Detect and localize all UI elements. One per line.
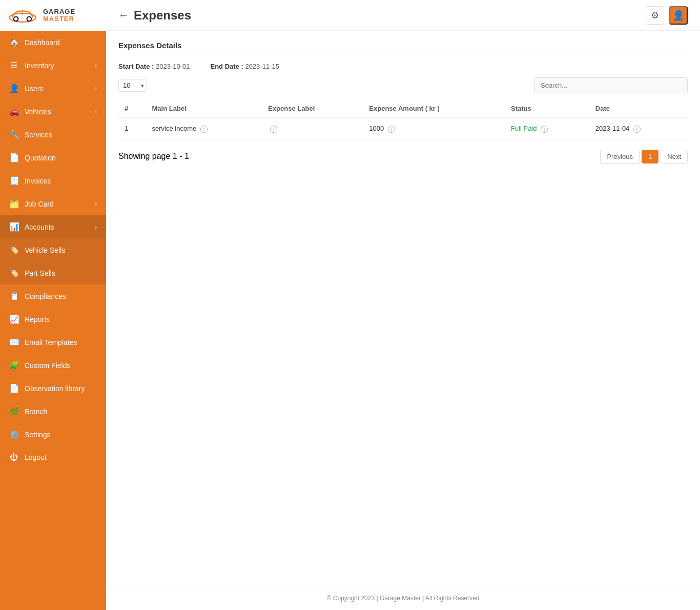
sidebar-item-label: Accounts xyxy=(25,223,54,231)
jobcard-icon: 🗂️ xyxy=(9,199,18,209)
sidebar-item-label: Branch xyxy=(25,408,47,416)
sidebar-item-settings[interactable]: ⚙️ Settings xyxy=(0,423,106,446)
accounts-icon: 📊 xyxy=(9,222,18,232)
prev-page-button[interactable]: Previous xyxy=(600,150,640,164)
settings-gear-button[interactable]: ⚙ xyxy=(646,6,664,25)
chevron-right-icon: › xyxy=(95,108,97,115)
sidebar-item-observation-library[interactable]: 📄 Observation library xyxy=(0,377,106,400)
col-header-index: # xyxy=(118,99,146,118)
footer: © Copyright 2023 | Garage Master | All R… xyxy=(106,586,700,610)
settings-icon: ⚙️ xyxy=(9,430,18,439)
gear-icon: ⚙ xyxy=(651,10,659,21)
logo-master: MASTER xyxy=(43,15,75,23)
sidebar-item-label: Invoices xyxy=(25,177,51,185)
sidebar-item-invoices[interactable]: 🧾 Invoices xyxy=(0,169,106,192)
sidebar-item-label: Services xyxy=(25,131,52,139)
sidebar-item-compliances[interactable]: 📋 Compliances xyxy=(0,284,106,308)
sidebar-item-label: Dashboard xyxy=(25,38,60,47)
showing-text: Showing page 1 - 1 xyxy=(118,152,189,161)
home-icon: 🏠 xyxy=(9,37,18,47)
info-icon[interactable]: i xyxy=(633,126,641,133)
end-date-value: 2023-11-15 xyxy=(245,63,279,70)
col-header-date: Date xyxy=(589,99,688,118)
toolbar-row: 10 25 50 100 xyxy=(118,77,688,93)
col-header-status: Status xyxy=(505,99,589,118)
svg-point-2 xyxy=(27,17,32,22)
sidebar-item-label: Part Sells xyxy=(25,269,55,277)
page-title: Expenses xyxy=(134,8,191,23)
info-icon[interactable]: i xyxy=(541,126,548,133)
next-page-button[interactable]: Next xyxy=(661,150,688,164)
sidebar-item-logout[interactable]: ⏻ Logout xyxy=(0,446,106,469)
user-profile-button[interactable]: 👤 xyxy=(669,6,688,25)
cell-date: 2023-11-04 i xyxy=(589,118,688,139)
main-content: ← Expenses ⚙ 👤 Expenses Details Start Da… xyxy=(106,0,700,610)
expenses-table: # Main Label Expense Label Expense Amoun… xyxy=(118,99,688,139)
footer-text: © Copyright 2023 | Garage Master | All R… xyxy=(327,595,480,602)
sidebar-item-users[interactable]: 👤 Users › xyxy=(0,77,106,100)
custom-fields-icon: 🧩 xyxy=(9,360,18,370)
start-date-group: Start Date : 2023-10-01 xyxy=(118,63,190,70)
sidebar-item-part-sells[interactable]: 🏷️ Part Sells xyxy=(0,261,106,284)
table-header-row: # Main Label Expense Label Expense Amoun… xyxy=(118,99,688,118)
cell-status: Full Paid i xyxy=(505,118,589,139)
per-page-select[interactable]: 10 25 50 100 xyxy=(118,79,147,92)
start-date-label: Start Date : xyxy=(118,63,154,70)
sidebar-item-reports[interactable]: 📈 Reports xyxy=(0,308,106,331)
date-filter-row: Start Date : 2023-10-01 End Date : 2023-… xyxy=(118,63,688,70)
sidebar-item-quotation[interactable]: 📄 Quotation xyxy=(0,146,106,169)
compliances-icon: 📋 xyxy=(9,291,18,301)
header-left: ← Expenses xyxy=(118,8,191,23)
inventory-icon: ☰ xyxy=(9,60,18,70)
col-header-expense-label: Expense Label xyxy=(262,99,363,118)
header: ← Expenses ⚙ 👤 xyxy=(106,0,700,31)
observation-icon: 📄 xyxy=(9,383,18,393)
pagination-buttons: Previous 1 Next xyxy=(600,150,688,164)
col-header-expense-amount: Expense Amount ( kr ) xyxy=(363,99,505,118)
table-body: 1 service income i i 1000 i Full Paid i … xyxy=(118,118,688,139)
sidebar-item-label: Quotation xyxy=(25,154,56,162)
info-icon[interactable]: i xyxy=(388,126,395,133)
chevron-right-icon: › xyxy=(95,62,97,69)
sidebar-item-label: Custom Fields xyxy=(25,361,70,370)
sidebar-item-custom-fields[interactable]: 🧩 Custom Fields xyxy=(0,354,106,377)
sidebar-item-label: Compliances xyxy=(25,292,66,300)
chevron-right-icon: › xyxy=(95,200,97,208)
users-icon: 👤 xyxy=(9,84,18,93)
info-icon[interactable]: i xyxy=(200,126,208,133)
col-header-main-label: Main Label xyxy=(146,99,262,118)
vehicles-icon: 🚗 xyxy=(9,107,18,116)
sidebar-item-accounts[interactable]: 📊 Accounts › xyxy=(0,215,106,238)
back-arrow-button[interactable]: ← xyxy=(118,9,129,21)
chevron-right-icon: › xyxy=(95,85,97,92)
sidebar-item-vehicle-sells[interactable]: 🏷️ Vehicle Sells xyxy=(0,238,106,261)
showing-label: Showing page 1 - 1 xyxy=(118,152,189,160)
sidebar-item-email-templates[interactable]: ✉️ Email Templates xyxy=(0,331,106,354)
sidebar-item-services[interactable]: 🔧 Services xyxy=(0,123,106,146)
sidebar-item-branch[interactable]: 🌿 Branch xyxy=(0,400,106,423)
content-area: Expenses Details Start Date : 2023-10-01… xyxy=(106,31,700,586)
sidebar-item-label: Reports xyxy=(25,315,50,323)
sidebar-item-label: Observation library xyxy=(25,384,85,393)
sidebar-item-inventory[interactable]: ☰ Inventory › xyxy=(0,54,106,77)
svg-point-1 xyxy=(14,17,18,22)
per-page-dropdown[interactable]: 10 25 50 100 xyxy=(118,79,147,92)
sidebar-item-label: Vehicles xyxy=(25,108,51,116)
logo-car-icon xyxy=(7,6,38,25)
info-icon[interactable]: i xyxy=(270,126,277,133)
sidebar-item-vehicles[interactable]: 🚗 Vehicles › xyxy=(0,100,106,123)
sidebar-item-job-card[interactable]: 🗂️ Job Card › xyxy=(0,192,106,215)
sidebar-item-label: Logout xyxy=(25,453,47,461)
search-input[interactable] xyxy=(534,77,688,93)
logo-garage: GARAGE xyxy=(43,8,75,15)
end-date-label: End Date : xyxy=(210,63,243,70)
end-date-group: End Date : 2023-11-15 xyxy=(210,63,279,70)
start-date-value: 2023-10-01 xyxy=(156,63,190,70)
sidebar-item-label: Vehicle Sells xyxy=(25,246,65,254)
sidebar: GARAGE MASTER 🏠 Dashboard ☰ Inventory › … xyxy=(0,0,106,610)
user-icon: 👤 xyxy=(673,10,684,21)
vehicle-sells-icon: 🏷️ xyxy=(9,245,18,255)
sidebar-item-dashboard[interactable]: 🏠 Dashboard xyxy=(0,31,106,54)
sidebar-item-label: Users xyxy=(25,85,44,93)
page-number-button[interactable]: 1 xyxy=(642,150,658,164)
